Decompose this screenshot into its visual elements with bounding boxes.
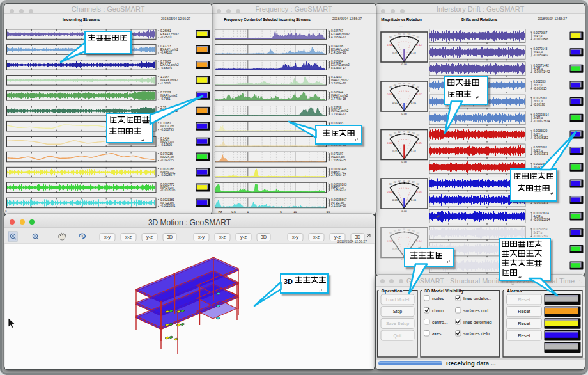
svg-text:-0.7661: -0.7661	[160, 97, 171, 100]
svg-text:2.4158e-16: 2.4158e-16	[331, 51, 346, 54]
svg-text:Hz: Hz	[219, 211, 222, 214]
svg-text:0.01: 0.01	[411, 198, 417, 202]
svg-text:x-z: x-z	[313, 234, 320, 240]
svg-text:centro...: centro...	[432, 320, 448, 324]
svg-text:0.00: 0.00	[401, 209, 407, 212]
svg-text:10°: 10°	[398, 131, 401, 134]
svg-text:y-z: y-z	[240, 234, 247, 240]
svg-text:0.01: 0.01	[392, 101, 398, 104]
svg-text:30°: 30°	[389, 134, 392, 137]
svg-text:chann...: chann...	[432, 308, 447, 313]
svg-text:3.2685e-16: 3.2685e-16	[331, 82, 346, 85]
svg-text:0.00: 0.00	[401, 160, 407, 163]
svg-text:20°: 20°	[394, 230, 397, 233]
svg-text:0.01: 0.01	[411, 150, 417, 153]
svg-text:-0.0018185: -0.0018185	[160, 189, 176, 192]
svg-text:-0.00023814: -0.00023814	[534, 120, 550, 123]
svg-text:10°: 10°	[398, 33, 401, 36]
svg-text:0.5: 0.5	[231, 211, 236, 214]
svg-text:30°: 30°	[416, 86, 419, 88]
svg-text:2018/05/04 12:56:27: 2018/05/04 12:56:27	[332, 17, 362, 20]
svg-text:-0.28201: -0.28201	[160, 36, 173, 39]
svg-text:10°: 10°	[408, 180, 411, 182]
svg-text:0.01: 0.01	[411, 52, 417, 55]
svg-text:0.01: 0.01	[392, 248, 398, 251]
svg-text:0.05: 0.05	[416, 190, 422, 193]
svg-text:Drifts and Rotations: Drifts and Rotations	[461, 17, 498, 22]
svg-text:Incoming Streams: Incoming Streams	[63, 17, 100, 22]
svg-text:2018/05/04 12:56:27: 2018/05/04 12:56:27	[337, 239, 367, 243]
svg-text:x-y: x-y	[104, 234, 111, 240]
svg-text:5.1281e-08: 5.1281e-08	[331, 204, 346, 207]
svg-text:20°: 20°	[394, 84, 397, 86]
svg-text:surfaces und...: surfaces und...	[463, 308, 492, 313]
svg-text:Magnitude vs Rotation: Magnitude vs Rotation	[381, 17, 422, 22]
svg-text:surfaces defo...: surfaces defo...	[463, 331, 493, 336]
svg-text:-0.44182: -0.44182	[160, 51, 173, 54]
svg-text:3.7748e-18: 3.7748e-18	[331, 97, 346, 100]
svg-text:-0.0028577: -0.0028577	[160, 173, 176, 177]
svg-text:. . .: . . .	[293, 13, 297, 16]
svg-text:0.14: 0.14	[416, 239, 422, 243]
svg-text:30°: 30°	[389, 86, 392, 88]
svg-text:x-y: x-y	[198, 234, 205, 240]
svg-text:1: 1	[247, 211, 249, 214]
svg-text:30°: 30°	[416, 232, 419, 235]
svg-text:0.05: 0.05	[387, 141, 392, 145]
svg-text:-0.080795: -0.080795	[160, 128, 174, 131]
svg-text:5: 5	[280, 211, 282, 214]
svg-text:30°: 30°	[389, 232, 392, 235]
svg-text:0.07: 0.07	[387, 93, 392, 96]
svg-text:10°: 10°	[408, 131, 411, 134]
svg-text:1.1887e-07: 1.1887e-07	[331, 189, 346, 192]
svg-text:Operation: Operation	[382, 289, 403, 294]
svg-text:10°: 10°	[408, 229, 411, 232]
svg-text:-0.0036152: -0.0036152	[534, 136, 549, 140]
svg-text:20°: 20°	[412, 230, 415, 233]
svg-text:Stop: Stop	[393, 309, 403, 314]
svg-text:-0.00023814: -0.00023814	[534, 218, 550, 221]
svg-text:30°: 30°	[416, 36, 419, 39]
svg-text:Save Setup: Save Setup	[386, 321, 409, 326]
svg-text:-0.0059402: -0.0059402	[534, 54, 549, 57]
svg-text:lines deformed: lines deformed	[463, 320, 492, 324]
svg-text:-0.0072302: -0.0072302	[534, 235, 549, 238]
svg-text:Quit: Quit	[394, 333, 402, 339]
svg-text:0.05: 0.05	[387, 190, 392, 193]
svg-text:-0.0023381: -0.0023381	[160, 204, 176, 207]
svg-text:0.01: 0.01	[392, 52, 398, 55]
svg-text:20°: 20°	[412, 84, 415, 86]
svg-text:lines undefor...: lines undefor...	[463, 296, 491, 301]
svg-text:Alarms: Alarms	[507, 289, 522, 293]
svg-text:0.07: 0.07	[416, 93, 422, 96]
svg-text:nodes: nodes	[432, 296, 444, 301]
svg-text:3.1974e-17: 3.1974e-17	[331, 113, 346, 116]
svg-text:30°: 30°	[416, 183, 419, 186]
svg-text:0.00: 0.00	[401, 112, 407, 115]
svg-text:4.2633e-17: 4.2633e-17	[331, 36, 346, 39]
svg-text:-0.12626: -0.12626	[160, 143, 173, 147]
svg-text:-2.3141: -2.3141	[160, 113, 171, 116]
svg-text:20°: 20°	[394, 181, 397, 184]
svg-text:3D: 3D	[261, 234, 267, 240]
svg-text:-0.68975: -0.68975	[160, 67, 173, 70]
svg-text:x-z: x-z	[125, 234, 132, 240]
svg-text:-1.3663: -1.3663	[160, 82, 171, 85]
svg-text:-0.003615: -0.003615	[534, 87, 547, 90]
svg-text:2018/05/04 12:56:27: 2018/05/04 12:56:27	[538, 17, 567, 20]
svg-text:10°: 10°	[398, 180, 401, 182]
svg-text:20°: 20°	[394, 35, 397, 37]
svg-text:Frequency Content of Selected: Frequency Content of Selected Incoming S…	[224, 17, 311, 22]
svg-text:-0.0010846: -0.0010846	[534, 38, 549, 41]
svg-text:Reset: Reset	[518, 297, 531, 303]
svg-text:0.14: 0.14	[416, 44, 422, 47]
svg-text:-0.0019373: -0.0019373	[534, 202, 549, 205]
svg-text:0.00: 0.00	[401, 63, 407, 66]
svg-text:Load Model: Load Model	[386, 298, 410, 302]
svg-text:-0.092225: -0.092225	[160, 159, 174, 162]
svg-text:Reset: Reset	[518, 308, 531, 314]
svg-text:20°: 20°	[394, 132, 397, 135]
svg-text:-0.0019373: -0.0019373	[534, 152, 549, 156]
svg-text:0: 0	[5, 210, 7, 213]
svg-text:. . .: . . .	[400, 25, 403, 28]
